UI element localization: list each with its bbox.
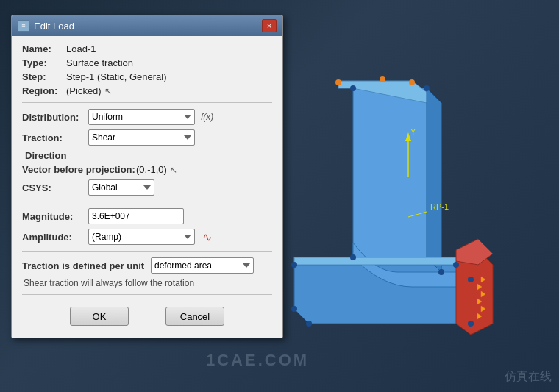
svg-marker-3: [427, 88, 441, 272]
fx-button[interactable]: f(x): [199, 112, 215, 122]
vector-value: (0,-1,0): [136, 164, 167, 175]
svg-point-23: [335, 79, 341, 85]
dialog-title: Edit Load: [34, 21, 74, 32]
svg-point-24: [380, 76, 385, 82]
traction-unit-control: deformed area: [151, 257, 254, 274]
traction-unit-select[interactable]: deformed area: [151, 257, 254, 274]
step-row: Step: Step-1 (Static, General): [22, 71, 272, 82]
amplitude-select[interactable]: (Ramp): [88, 229, 195, 245]
svg-point-21: [468, 321, 474, 327]
traction-unit-label: Traction is defined per unit: [22, 260, 151, 271]
name-label: Name:: [22, 43, 66, 54]
step-value: Step-1 (Static, General): [66, 71, 167, 82]
svg-point-17: [291, 262, 297, 268]
region-row: Region: (Picked) ↖: [22, 85, 272, 96]
svg-point-13: [350, 85, 356, 91]
cancel-button[interactable]: Cancel: [165, 307, 224, 326]
vector-cursor-icon: ↖: [170, 165, 177, 175]
svg-point-19: [291, 306, 297, 312]
3d-viewport: Y RP-1: [280, 29, 552, 382]
svg-text:Y: Y: [410, 127, 416, 136]
dialog-body: Name: Load-1 Type: Surface traction Step…: [12, 36, 282, 338]
divider-2: [22, 202, 272, 202]
name-value: Load-1: [66, 43, 96, 54]
dialog-icon: ≡: [18, 20, 29, 32]
distribution-row: Distribution: Uniform f(x): [22, 109, 272, 125]
distribution-control: Uniform f(x): [88, 109, 215, 125]
svg-text:RP-1: RP-1: [430, 202, 449, 211]
divider-3: [22, 251, 272, 252]
svg-point-14: [424, 85, 430, 91]
traction-unit-row: Traction is defined per unit deformed ar…: [22, 257, 272, 274]
magnitude-control: [88, 208, 184, 224]
amplitude-label: Amplitude:: [22, 232, 88, 243]
svg-point-20: [468, 277, 474, 282]
direction-heading: Direction: [22, 150, 272, 161]
magnitude-label: Magnitude:: [22, 211, 88, 222]
csys-row: CSYS: Global: [22, 179, 272, 196]
dialog-title-left: ≡ Edit Load: [18, 20, 74, 32]
traction-select[interactable]: Shear: [88, 129, 195, 146]
magnitude-input[interactable]: [88, 208, 184, 224]
type-label: Type:: [22, 57, 66, 68]
region-value: (Picked): [66, 85, 102, 96]
amplitude-row: Amplitude: (Ramp) ∿: [22, 229, 272, 245]
svg-point-22: [306, 321, 312, 327]
region-label: Region:: [22, 85, 66, 96]
step-label: Step:: [22, 71, 66, 82]
traction-control: Shear: [88, 129, 195, 146]
vector-row: Vector before projection: (0,-1,0) ↖: [22, 164, 272, 175]
type-value: Surface traction: [66, 57, 133, 68]
type-row: Type: Surface traction: [22, 57, 272, 68]
button-row: OK Cancel: [22, 301, 272, 330]
edit-load-dialog: ≡ Edit Load × Name: Load-1 Type: Surface…: [11, 15, 283, 338]
svg-point-18: [453, 262, 459, 268]
note-text: Shear traction will always follow the ro…: [22, 278, 272, 288]
ok-button[interactable]: OK: [70, 307, 129, 326]
traction-label: Traction:: [22, 132, 88, 143]
dialog-titlebar: ≡ Edit Load ×: [12, 15, 282, 36]
close-button[interactable]: ×: [262, 19, 277, 32]
csys-label: CSYS:: [22, 182, 88, 193]
traction-row: Traction: Shear: [22, 129, 272, 146]
amplitude-wave-icon: ∿: [202, 230, 212, 244]
amplitude-control: (Ramp) ∿: [88, 229, 212, 245]
vector-label: Vector before projection:: [22, 164, 136, 175]
svg-point-15: [350, 254, 356, 260]
name-row: Name: Load-1: [22, 43, 272, 54]
divider-4: [22, 294, 272, 295]
svg-point-16: [438, 269, 444, 275]
svg-point-25: [409, 79, 415, 85]
divider-1: [22, 102, 272, 103]
csys-control: Global: [88, 179, 154, 196]
csys-select[interactable]: Global: [88, 179, 154, 196]
distribution-select[interactable]: Uniform: [88, 109, 195, 125]
magnitude-row: Magnitude:: [22, 208, 272, 224]
distribution-label: Distribution:: [22, 112, 88, 123]
cursor-icon: ↖: [104, 86, 112, 96]
